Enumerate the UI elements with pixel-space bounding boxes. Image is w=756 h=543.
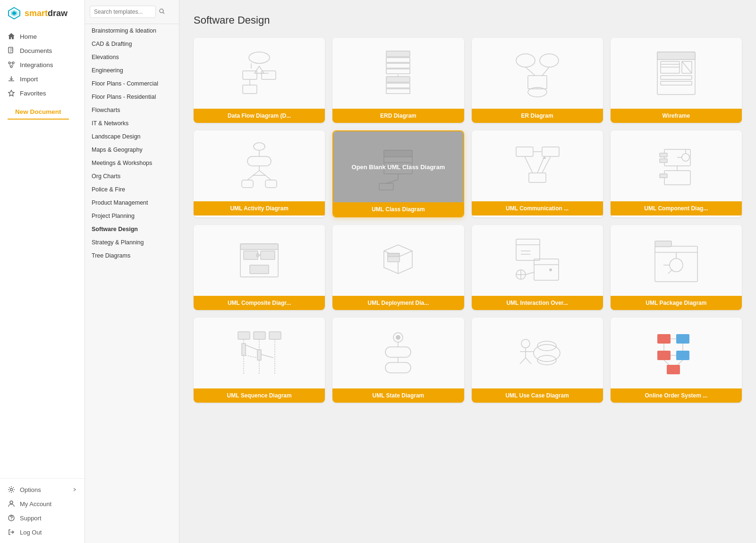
category-item-cad[interactable]: CAD & Drafting (85, 37, 179, 51)
card-preview-uml-class: Open Blank UML Class Diagram (333, 131, 463, 202)
svg-line-127 (678, 360, 683, 365)
category-item-strategy[interactable]: Strategy & Planning (85, 236, 179, 249)
category-item-tree-diagrams[interactable]: Tree Diagrams (85, 249, 179, 262)
svg-rect-26 (386, 89, 410, 94)
category-item-project-planning[interactable]: Project Planning (85, 209, 179, 223)
favorites-icon (8, 89, 15, 97)
svg-marker-15 (255, 66, 264, 73)
svg-rect-118 (676, 334, 689, 344)
category-item-flowcharts[interactable]: Flowcharts (85, 103, 179, 117)
svg-rect-82 (388, 253, 399, 257)
category-item-it-networks[interactable]: IT & Networks (85, 117, 179, 130)
card-preview-uml-package (611, 225, 742, 296)
template-card-uml-package[interactable]: UML Package Diagram (611, 225, 742, 310)
template-card-wireframe[interactable]: Wireframe (611, 38, 742, 123)
sidebar-item-home[interactable]: Home (0, 29, 85, 43)
category-item-engineering[interactable]: Engineering (85, 64, 179, 77)
template-card-uml-composite[interactable]: UML Composite Diagr... (194, 225, 325, 310)
template-card-uml-deployment[interactable]: UML Deployment Dia... (332, 225, 464, 310)
integrations-icon (8, 61, 15, 69)
sidebar-item-options[interactable]: Options (0, 483, 85, 497)
svg-rect-117 (657, 334, 671, 344)
category-item-meetings[interactable]: Meetings & Workshops (85, 156, 179, 170)
card-label-uml-activity: UML Activity Diagram (194, 201, 325, 215)
card-label-uml-usecase: UML Use Case Diagram (472, 388, 603, 403)
svg-line-112 (526, 358, 531, 364)
card-preview-dfd (194, 38, 325, 109)
category-item-maps[interactable]: Maps & Geography (85, 143, 179, 156)
template-card-online-order[interactable]: Online Order System ... (611, 318, 742, 403)
svg-point-9 (10, 501, 13, 504)
category-item-police-fire[interactable]: Police & Fire (85, 183, 179, 196)
card-label-uml-comm: UML Communication ... (472, 201, 603, 215)
svg-rect-46 (247, 156, 271, 166)
category-item-landscape[interactable]: Landscape Design (85, 130, 179, 143)
svg-point-73 (682, 154, 689, 161)
sidebar-item-support[interactable]: Support (0, 511, 85, 525)
svg-line-32 (542, 67, 549, 76)
svg-line-126 (664, 360, 669, 365)
category-item-product-mgmt[interactable]: Product Management (85, 196, 179, 209)
card-preview-uml-deployment (332, 225, 464, 296)
card-label-er: ER Diagram (472, 109, 603, 123)
svg-rect-24 (386, 77, 410, 82)
template-card-uml-component[interactable]: UML Component Diag... (611, 130, 742, 217)
template-card-uml-sequence[interactable]: UML Sequence Diagram (194, 318, 325, 403)
sidebar-item-my-account[interactable]: My Account (0, 497, 85, 511)
smartdraw-logo-icon (8, 7, 21, 20)
template-card-uml-interaction[interactable]: UML Interaction Over... (472, 225, 603, 310)
sidebar-item-integrations[interactable]: Integrations (0, 58, 85, 72)
card-preview-uml-component (611, 130, 742, 201)
svg-point-8 (10, 489, 13, 491)
template-card-uml-class[interactable]: Open Blank UML Class DiagramUML Class Di… (332, 130, 464, 217)
page-title: Software Design (194, 14, 742, 26)
card-label-uml-composite: UML Composite Diagr... (194, 296, 325, 310)
import-icon (8, 75, 15, 83)
svg-point-13 (249, 52, 270, 63)
svg-rect-105 (385, 362, 411, 373)
svg-point-6 (10, 66, 12, 68)
search-button[interactable] (159, 8, 165, 16)
svg-rect-120 (676, 351, 689, 360)
sidebar-item-import[interactable]: Import (0, 72, 85, 86)
category-item-brainstorming[interactable]: Brainstorming & Ideation (85, 24, 179, 37)
template-card-er[interactable]: ER Diagram (472, 38, 603, 123)
card-preview-online-order (611, 318, 742, 388)
template-card-uml-comm[interactable]: UML Communication ... (472, 130, 603, 217)
card-label-erd: ERD Diagram (332, 109, 464, 123)
card-label-uml-class: UML Class Diagram (333, 202, 463, 216)
category-item-elevations[interactable]: Elevations (85, 51, 179, 64)
svg-rect-71 (660, 174, 667, 178)
svg-rect-104 (385, 347, 411, 357)
search-input[interactable] (90, 6, 156, 18)
svg-rect-121 (667, 365, 680, 374)
template-card-dfd[interactable]: Data Flow Diagram (D... (194, 38, 325, 123)
sidebar-item-logout[interactable]: Log Out (0, 525, 85, 539)
card-label-uml-component: UML Component Diag... (611, 201, 742, 215)
svg-line-49 (247, 175, 253, 180)
sidebar-item-favorites[interactable]: Favorites (0, 86, 85, 100)
svg-line-31 (526, 67, 535, 76)
svg-rect-62 (529, 173, 546, 182)
card-preview-uml-comm (472, 130, 603, 201)
category-item-software-design[interactable]: Software Design (85, 223, 179, 236)
card-preview-uml-usecase (472, 318, 603, 388)
template-card-uml-usecase[interactable]: UML Use Case Diagram (472, 318, 603, 403)
sidebar-item-documents[interactable]: Documents (0, 43, 85, 58)
svg-line-64 (525, 156, 533, 173)
svg-rect-95 (254, 332, 265, 339)
category-item-org-charts[interactable]: Org Charts (85, 170, 179, 183)
logo: smartdraw (0, 0, 85, 26)
template-card-erd[interactable]: ERD Diagram (332, 38, 464, 123)
svg-point-11 (11, 519, 11, 519)
home-icon (8, 33, 15, 40)
svg-marker-48 (253, 171, 265, 175)
svg-rect-79 (250, 265, 269, 274)
category-item-floor-residential[interactable]: Floor Plans - Residential (85, 90, 179, 103)
category-item-floor-commercial[interactable]: Floor Plans - Commercial (85, 77, 179, 90)
template-card-uml-activity[interactable]: UML Activity Diagram (194, 130, 325, 217)
card-label-dfd: Data Flow Diagram (D... (194, 109, 325, 123)
new-document-button[interactable]: New Document (8, 105, 69, 120)
template-card-uml-state[interactable]: UML State Diagram (332, 318, 464, 403)
nav-section: Home Documents Integrations Import Favor… (0, 26, 85, 103)
